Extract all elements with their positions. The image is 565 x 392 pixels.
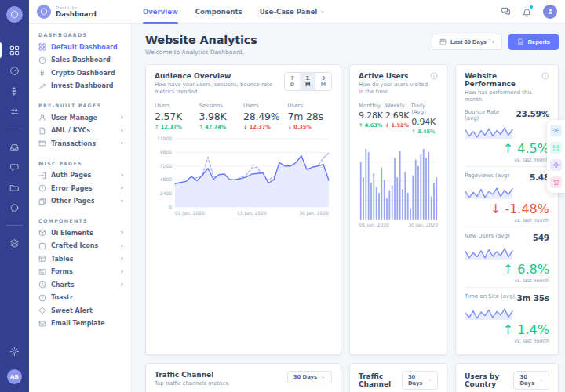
rail-item-exchange[interactable]: [0, 101, 29, 122]
metric-label: Bounce Rate (avg): [465, 109, 516, 122]
stat-label: Users: [155, 103, 199, 109]
reports-label: Reports: [528, 38, 550, 45]
purchase-button[interactable]: [550, 176, 562, 188]
sidebar-item-label: Sweet Alert: [51, 307, 93, 314]
svg-text:12000: 12000: [157, 136, 172, 141]
top-header: DashLite Dashboard Overview Components U…: [29, 0, 565, 24]
app-window: AB DashLite Dashboard Overview Component…: [0, 0, 565, 392]
rail-item-chat[interactable]: [0, 157, 29, 177]
sidebar-item-sales-dashboard[interactable]: Sales Dashboard: [29, 54, 131, 67]
sidebar-item-label: Auth Pages: [51, 172, 91, 179]
sidebar-item-error-pages[interactable]: Error Pages›: [29, 182, 131, 195]
rail-item-dashboards[interactable]: [0, 40, 29, 60]
range-value: 30 Days: [408, 374, 425, 387]
theme-settings-button[interactable]: [550, 125, 562, 136]
tab-label: Use-Case Panel: [260, 8, 317, 16]
range-1m-button[interactable]: 1 M: [300, 73, 315, 90]
svg-text:9600: 9600: [160, 150, 172, 155]
tab-components[interactable]: Components: [195, 0, 242, 23]
messages-icon[interactable]: [501, 6, 511, 16]
inbox-icon: [9, 142, 20, 152]
report-icon: [517, 38, 524, 45]
bitcoin-icon: [38, 69, 46, 77]
date-range-button[interactable]: Last 30 Days›: [432, 34, 502, 50]
sidebar-item-aml-kycs[interactable]: AML / KYCs›: [29, 125, 131, 138]
perf-row-bounce: Bounce Rate (avg) 23.59% 4.5% vs. last m…: [465, 103, 549, 167]
sidebar-item-ui-elements[interactable]: Ui Elements›: [29, 227, 131, 240]
main-content: Website Analytics Welcome to Analytics D…: [132, 24, 565, 392]
range-value: 30 Days: [519, 374, 536, 387]
user-avatar[interactable]: [543, 5, 557, 19]
range-7d-button[interactable]: 7 D: [285, 73, 300, 90]
sidebar-item-crypto-dashboard[interactable]: Crypto Dashboard: [29, 67, 131, 80]
sidebar-item-invest-dashboard[interactable]: Invest Dashboard: [29, 80, 131, 93]
card-title: Audience Overview: [155, 72, 284, 80]
card-title: Active Users: [359, 72, 430, 80]
info-icon[interactable]: [541, 72, 549, 80]
gauge-icon: [38, 56, 46, 64]
card-subtitle: How do your users visited in the time.: [359, 82, 430, 96]
range-select[interactable]: 30 Days: [287, 371, 332, 383]
sidebar-item-other-pages[interactable]: Other Pages›: [29, 195, 131, 209]
rail-item-support[interactable]: [0, 198, 29, 218]
traffic-channel-donut-card: Traffic Channel 30 Days Organic Search 4…: [349, 363, 447, 392]
metric-delta: 6.8%: [503, 262, 549, 277]
metric-label: New Users (avg): [465, 233, 516, 242]
range-value: 30 Days: [293, 374, 317, 380]
sidebar-item-sweet-alert[interactable]: Sweet Alert: [29, 304, 131, 318]
range-3m-button[interactable]: 3 M: [315, 73, 331, 90]
svg-text:2400: 2400: [160, 191, 172, 196]
sidebar-item-toastr[interactable]: Toastr: [29, 292, 131, 305]
sign-in-icon: [38, 172, 46, 180]
traffic-channel-table-card: Traffic Channel Top traffic channels met…: [145, 363, 341, 392]
sidebar-item-user-manage[interactable]: User Manage›: [29, 111, 131, 125]
sidebar-item-email-template[interactable]: Email Template: [29, 318, 131, 331]
apps-grid-button[interactable]: [550, 142, 562, 154]
rail-item-files[interactable]: [0, 177, 29, 198]
sidebar-item-forms[interactable]: Forms›: [29, 266, 131, 279]
rail-item-layers[interactable]: [0, 233, 29, 253]
box-icon: [38, 229, 46, 237]
stat-value: 0.94K: [411, 117, 438, 127]
rail-divider: [6, 225, 23, 226]
brand-logo: [37, 5, 51, 19]
reports-button[interactable]: Reports: [508, 34, 559, 50]
sidebar-item-transactions[interactable]: Transactions›: [29, 137, 131, 151]
sidebar-item-tables[interactable]: Tables›: [29, 252, 131, 266]
brand-block[interactable]: DashLite Dashboard: [29, 5, 132, 19]
notifications-button[interactable]: [522, 6, 532, 16]
perf-row-pageviews: Pageviews (avg) 5.48 -1.48% vs. last mon…: [465, 167, 549, 227]
stat-users: Users 2.57K 12.37%: [155, 103, 199, 130]
rail-item-sales[interactable]: [0, 60, 29, 81]
info-icon[interactable]: [430, 72, 438, 80]
tab-overview[interactable]: Overview: [143, 0, 178, 23]
range-select[interactable]: 30 Days: [402, 371, 438, 390]
gear-icon: [552, 127, 560, 134]
active-users-card: Active Users How do your users visited i…: [349, 64, 447, 355]
bell-icon: [522, 8, 532, 18]
customize-button[interactable]: [550, 159, 562, 171]
sidebar-item-auth-pages[interactable]: Auth Pages›: [29, 169, 131, 183]
rail-avatar[interactable]: AB: [7, 369, 22, 384]
sidebar-item-charts[interactable]: Charts›: [29, 278, 131, 292]
sidebar-item-label: Email Template: [51, 320, 105, 327]
rail-item-crypto[interactable]: [0, 81, 29, 101]
tab-use-case-panel[interactable]: Use-Case Panel: [260, 0, 326, 23]
stat-value: 2.69K: [385, 111, 412, 121]
rail-item-settings[interactable]: [0, 341, 29, 361]
sidebar-item-crafted-icons[interactable]: Crafted Icons›: [29, 240, 131, 253]
svg-text:7200: 7200: [160, 163, 172, 169]
chat-icon: [9, 162, 20, 172]
sidebar-item-label: Crypto Dashboard: [51, 70, 115, 77]
metric-note: vs. last month: [503, 278, 549, 283]
sidebar-item-default-dashboard[interactable]: Default Dashboard: [29, 41, 131, 54]
sidebar-heading: COMPONENTS: [29, 218, 131, 223]
sidebar-item-label: Error Pages: [51, 185, 93, 192]
stat-daily: Daily (Avg) 0.94K 3.45%: [411, 103, 438, 135]
page-subtitle: Welcome to Analytics Dashboard.: [145, 49, 257, 56]
range-select[interactable]: 30 Days: [513, 371, 549, 390]
folder-icon: [9, 183, 20, 193]
app-logo[interactable]: [6, 6, 23, 23]
chevron-right-icon: ›: [121, 128, 123, 134]
rail-item-inbox[interactable]: [0, 136, 29, 157]
